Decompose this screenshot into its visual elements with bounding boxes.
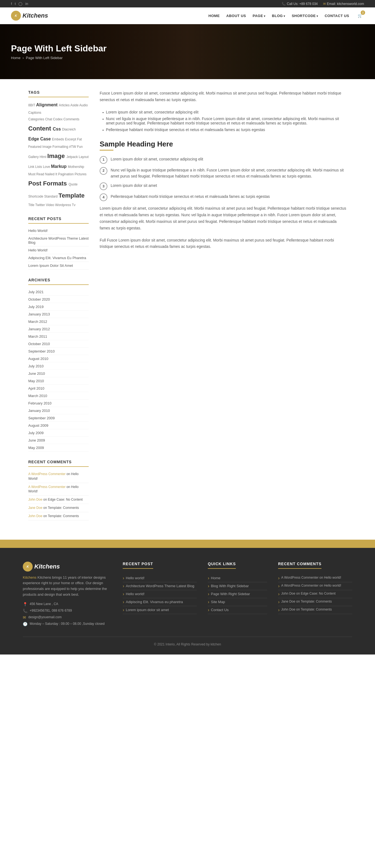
tag-fun[interactable]: Fun — [77, 145, 82, 149]
list-item[interactable]: Adipiscing Elit. Vivamus eu pharetra — [123, 598, 197, 606]
list-item[interactable]: March 2012 — [28, 318, 89, 325]
tag-formatting[interactable]: Formatting — [53, 145, 69, 149]
list-item[interactable]: July 2019 — [28, 303, 89, 310]
instagram-icon[interactable]: ◯ — [19, 2, 23, 6]
list-item[interactable]: July 2009 — [28, 429, 89, 437]
tag-video[interactable]: Video — [46, 203, 55, 207]
breadcrumb-home[interactable]: Home — [11, 56, 21, 60]
tag-jetpack[interactable]: Jetpack — [66, 155, 79, 159]
list-item[interactable]: Contact Us — [208, 606, 267, 614]
list-item[interactable]: September 2009 — [28, 414, 89, 422]
list-item[interactable]: March 2011 — [28, 333, 89, 340]
tag-codex[interactable]: Codex — [53, 117, 63, 121]
tag-image[interactable]: Image — [47, 153, 66, 159]
list-item[interactable]: Site Map — [208, 598, 267, 606]
list-item[interactable]: June 2010 — [28, 370, 89, 377]
list-item[interactable]: Page With Right Sidebar — [208, 590, 267, 598]
nav-contact[interactable]: CONTACT US — [325, 14, 349, 18]
tag-shortcode[interactable]: Shortcode — [28, 194, 44, 198]
nav-shortcode[interactable]: SHORTCODE — [292, 14, 318, 18]
tag-twitter[interactable]: Twitter — [35, 203, 46, 207]
tag-tv[interactable]: Tv — [72, 203, 75, 207]
list-item[interactable]: September 2010 — [28, 348, 89, 355]
list-item[interactable]: May 2009 — [28, 444, 89, 452]
tag-alignment[interactable]: Alignment — [36, 102, 59, 107]
list-item[interactable]: May 2010 — [28, 377, 89, 385]
tag-audio[interactable]: Audio — [79, 103, 88, 107]
linkedin-icon[interactable]: in — [25, 2, 28, 6]
tag-layout[interactable]: Layout — [79, 155, 89, 159]
facebook-icon[interactable]: f — [11, 2, 12, 6]
tag-chat[interactable]: Chat — [45, 117, 53, 121]
list-item[interactable]: October 2020 — [28, 296, 89, 303]
tag-love[interactable]: Love — [43, 165, 51, 169]
tag-template[interactable]: Template — [59, 192, 84, 199]
list-item[interactable]: June 2009 — [28, 437, 89, 444]
tag-markup[interactable]: Markup — [51, 164, 68, 169]
tag-wordpress[interactable]: Wordpress — [55, 203, 72, 207]
tag-lists[interactable]: Lists — [35, 165, 43, 169]
tag-aside[interactable]: Aside — [70, 103, 79, 107]
phone-info: 📞 Call Us: +89 678 034 — [282, 2, 318, 6]
list-item[interactable]: Blog With Right Sidebar — [208, 582, 267, 590]
tag-link[interactable]: Link — [28, 165, 35, 169]
tag-standard[interactable]: Standard — [44, 194, 59, 198]
tag-html[interactable]: Html — [39, 155, 47, 159]
tag-mothership[interactable]: Mothership — [68, 165, 84, 169]
list-item[interactable]: July 2010 — [28, 363, 89, 370]
list-item[interactable]: January 2013 — [28, 310, 89, 318]
list-item[interactable]: Hello World! — [28, 227, 89, 235]
list-item[interactable]: Architecture WordPress Theme Latest Blog — [123, 582, 197, 590]
tag-post-formats[interactable]: Post Formats — [28, 180, 69, 187]
footer-brand-link[interactable]: Kitchens — [23, 576, 36, 580]
tag-captions[interactable]: Captions — [28, 111, 41, 115]
tag-comments[interactable]: Comments — [63, 117, 79, 121]
tag-edge-case[interactable]: Edge Case — [28, 136, 52, 141]
list-item[interactable]: Hello world! — [123, 590, 197, 598]
tag-embeds[interactable]: Embeds — [52, 137, 65, 141]
tag-diacreich[interactable]: Diacreich — [62, 127, 76, 131]
list-item[interactable]: January 2010 — [28, 407, 89, 414]
tag-gallery[interactable]: Gallery — [28, 155, 39, 159]
list-item[interactable]: August 2009 — [28, 422, 89, 429]
footer-bottom: © 2021 Interio, All Rights Reserved by k… — [23, 637, 352, 646]
tag-articles[interactable]: Articles — [59, 103, 70, 107]
tag-categories[interactable]: Categories — [28, 117, 45, 121]
tag-nailed-it[interactable]: Nailed It — [45, 172, 58, 176]
tag-8bit[interactable]: 8BIT — [28, 103, 36, 107]
tag-content[interactable]: Content — [28, 125, 53, 132]
tag-must-read[interactable]: Must Read — [28, 172, 45, 176]
tag-featured-image[interactable]: Featured Image — [28, 145, 53, 149]
list-item[interactable]: March 2010 — [28, 392, 89, 400]
list-item[interactable]: October 2010 — [28, 340, 89, 348]
list-item[interactable]: Home — [208, 574, 267, 582]
social-links[interactable]: f t ◯ in — [11, 2, 28, 6]
list-item[interactable]: Hello World! — [28, 246, 89, 254]
list-item: Pellentesque habitant morbi tristique se… — [102, 126, 347, 133]
list-item[interactable]: April 2010 — [28, 385, 89, 392]
list-item[interactable]: Architecture WordPress Theme Latest Blog — [28, 235, 89, 246]
tag-fat[interactable]: Fat — [77, 137, 82, 141]
tag-ftw[interactable]: #TW — [69, 145, 77, 149]
cart-button[interactable]: 🛒 0 — [356, 11, 364, 20]
list-item[interactable]: August 2010 — [28, 355, 89, 363]
nav-blog[interactable]: BLOG — [272, 14, 285, 18]
tag-css[interactable]: Css — [53, 127, 62, 131]
list-item[interactable]: Lorem Ipsum Dolor Sit Amet — [28, 262, 89, 270]
list-item[interactable]: February 2010 — [28, 400, 89, 407]
tag-quote[interactable]: Quote — [69, 182, 78, 186]
tag-excerpt[interactable]: Excerpt — [65, 137, 77, 141]
nav-about[interactable]: ABOUT US — [226, 14, 246, 18]
twitter-icon[interactable]: t — [15, 2, 16, 6]
list-item[interactable]: Hello world! — [123, 574, 197, 582]
list-item[interactable]: Adipiscing Elit. Vivamus Eu Pharetra — [28, 254, 89, 262]
nav-home[interactable]: HOME — [208, 14, 219, 18]
list-item[interactable]: July 2021 — [28, 288, 89, 296]
tag-pagination[interactable]: Pagination — [58, 172, 75, 176]
nav-page[interactable]: PAGE — [252, 14, 265, 18]
tag-pictures[interactable]: Pictures — [75, 172, 87, 176]
list-item[interactable]: January 2012 — [28, 325, 89, 333]
logo[interactable]: K Kitchens — [11, 11, 48, 21]
list-item[interactable]: Lorem ipsum dolor sit amet — [123, 606, 197, 614]
tag-title[interactable]: Title — [28, 203, 35, 207]
